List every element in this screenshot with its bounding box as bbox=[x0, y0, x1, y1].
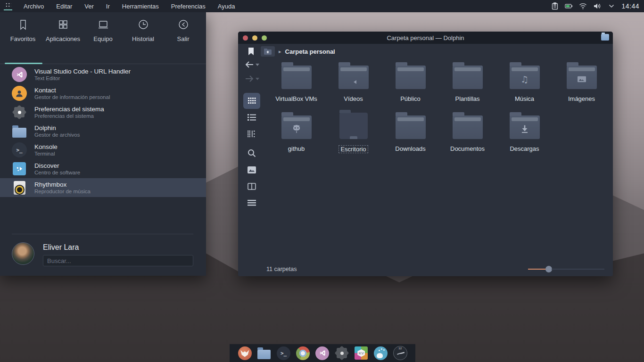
back-button[interactable] bbox=[245, 61, 259, 68]
breadcrumb-current[interactable]: Carpeta personal bbox=[285, 48, 335, 55]
app-subtitle: Text Editor bbox=[34, 75, 131, 82]
system-tray: 14:44 bbox=[551, 2, 644, 10]
tab-label: Equipo bbox=[93, 35, 112, 42]
folder-publico[interactable]: Público bbox=[382, 59, 439, 102]
dock-messenger[interactable] bbox=[374, 346, 388, 360]
folder-musica[interactable]: ♫ Música bbox=[496, 59, 553, 102]
minimize-button[interactable] bbox=[252, 35, 257, 41]
home-breadcrumb-button[interactable] bbox=[261, 46, 275, 57]
history-clock-icon bbox=[137, 19, 149, 31]
app-title: Kontact bbox=[34, 87, 110, 94]
menu-preferencias[interactable]: Preferencias bbox=[171, 3, 206, 10]
tab-label: Salir bbox=[177, 35, 189, 42]
zoom-slider-handle[interactable] bbox=[545, 266, 552, 272]
kvantum-badge: KV bbox=[357, 349, 365, 357]
discover-icon bbox=[13, 162, 26, 175]
favorites-app-list: Visual Studio Code - URL Handler Text Ed… bbox=[0, 65, 206, 197]
clock-display[interactable]: 14:44 bbox=[621, 2, 639, 10]
app-launcher-button[interactable] bbox=[0, 0, 16, 12]
split-view-button[interactable] bbox=[243, 178, 260, 194]
menu-archivo[interactable]: Archivo bbox=[24, 3, 44, 10]
app-item-dolphin[interactable]: Dolphin Gestor de archivos bbox=[12, 122, 193, 140]
dolphin-window: Carpeta personal — Dolphin ▸ Carpeta per… bbox=[238, 32, 613, 276]
back-history-caret[interactable] bbox=[256, 64, 259, 66]
terminal-icon: >_ bbox=[277, 346, 290, 360]
folder-plantillas[interactable]: Plantillas bbox=[439, 59, 496, 102]
icons-view-button[interactable] bbox=[243, 93, 260, 109]
chevron-down-icon[interactable] bbox=[607, 2, 615, 10]
system-settings-icon bbox=[336, 347, 348, 359]
tab-aplicaciones[interactable]: Aplicaciones bbox=[43, 19, 83, 52]
close-button[interactable] bbox=[243, 35, 248, 41]
menu-ir[interactable]: Ir bbox=[106, 3, 110, 10]
user-avatar[interactable] bbox=[12, 242, 34, 265]
volume-icon[interactable] bbox=[593, 2, 601, 10]
app-item-kontact[interactable]: Kontact Gestor de información personal bbox=[12, 84, 193, 103]
folder-downloads-arrow-icon bbox=[510, 115, 540, 139]
laptop-icon bbox=[97, 19, 109, 31]
tab-equipo[interactable]: Equipo bbox=[83, 19, 123, 52]
app-title: Konsole bbox=[34, 143, 58, 150]
folder-downloads[interactable]: Downloads bbox=[382, 109, 439, 153]
search-icon bbox=[248, 149, 256, 157]
user-name: Eliver Lara bbox=[43, 243, 193, 252]
folder-imagenes[interactable]: Imágenes bbox=[553, 59, 610, 102]
app-item-system-settings[interactable]: Preferencias del sistema Preferencias de… bbox=[12, 103, 193, 122]
menu-herramientas[interactable]: Herramientas bbox=[122, 3, 159, 10]
app-title: Visual Studio Code - URL Handler bbox=[34, 68, 131, 75]
folder-documentos[interactable]: Documentos bbox=[439, 109, 496, 153]
dock-kvantum[interactable]: KV bbox=[354, 346, 368, 360]
dock-terminal[interactable]: >_ bbox=[277, 346, 291, 360]
list-view-button[interactable] bbox=[243, 109, 260, 125]
folder-icon bbox=[396, 115, 426, 139]
menu-editar[interactable]: Editar bbox=[56, 3, 72, 10]
music-emblem-icon: ♫ bbox=[520, 74, 528, 84]
dolphin-titlebar[interactable]: Carpeta personal — Dolphin bbox=[238, 32, 613, 44]
forward-button[interactable] bbox=[245, 75, 259, 82]
folder-escritorio[interactable]: Escritorio bbox=[325, 109, 382, 153]
dock-system-settings[interactable] bbox=[335, 346, 349, 360]
chromium-icon bbox=[296, 346, 310, 360]
tab-favoritos[interactable]: Favoritos bbox=[3, 19, 43, 52]
app-item-vscode[interactable]: Visual Studio Code - URL Handler Text Ed… bbox=[12, 65, 193, 84]
preview-toggle-button[interactable] bbox=[243, 162, 260, 178]
tab-historial[interactable]: Historial bbox=[123, 19, 163, 52]
app-item-discover[interactable]: Discover Centro de software bbox=[12, 159, 193, 178]
dock-vscode[interactable] bbox=[315, 346, 330, 360]
menu-ayuda[interactable]: Ayuda bbox=[218, 3, 235, 10]
search-input[interactable] bbox=[43, 255, 193, 266]
bookmark-icon[interactable] bbox=[248, 48, 254, 56]
dock-clock-widget[interactable]: 12 bbox=[393, 346, 407, 360]
folder-virtualbox-vms[interactable]: VirtualBox VMs bbox=[268, 59, 325, 102]
leave-icon bbox=[177, 19, 190, 31]
vscode-icon bbox=[315, 346, 329, 360]
download-emblem-icon bbox=[521, 125, 528, 133]
clipboard-icon[interactable] bbox=[551, 2, 559, 10]
app-subtitle: Preferencias del sistema bbox=[34, 113, 104, 119]
app-item-konsole[interactable]: >_ Konsole Terminal bbox=[12, 140, 193, 159]
forward-history-caret[interactable] bbox=[256, 78, 259, 80]
zoom-slider[interactable] bbox=[528, 266, 604, 272]
folder-github[interactable]: github bbox=[268, 109, 325, 153]
menu-button[interactable] bbox=[243, 195, 260, 211]
wifi-icon[interactable] bbox=[579, 2, 587, 10]
battery-icon[interactable] bbox=[565, 2, 573, 10]
maximize-button[interactable] bbox=[262, 35, 267, 41]
user-section: Eliver Lara bbox=[12, 242, 193, 266]
menu-ver[interactable]: Ver bbox=[84, 3, 94, 10]
launcher-tabs: Favoritos Aplicaciones Equipo Historial bbox=[0, 12, 206, 52]
breadcrumb-separator: ▸ bbox=[279, 49, 281, 55]
compact-view-button[interactable] bbox=[243, 126, 260, 142]
app-item-rhythmbox[interactable]: Rhythmbox Reproductor de música bbox=[0, 178, 206, 197]
icons-view-icon bbox=[248, 98, 256, 104]
folder-descargas[interactable]: Descargas bbox=[496, 109, 553, 153]
tab-salir[interactable]: Salir bbox=[163, 19, 203, 52]
dolphin-folder-view: VirtualBox VMs Vídeos Público Plantillas… bbox=[265, 59, 610, 261]
dock-firefox[interactable] bbox=[238, 346, 252, 360]
dock-chromium[interactable] bbox=[296, 346, 310, 360]
messenger-icon bbox=[374, 346, 388, 360]
folder-videos[interactable]: Vídeos bbox=[325, 59, 382, 102]
dock-file-manager[interactable] bbox=[257, 346, 271, 360]
search-button[interactable] bbox=[243, 145, 260, 161]
menu-list: Archivo Editar Ver Ir Herramientas Prefe… bbox=[24, 3, 235, 10]
